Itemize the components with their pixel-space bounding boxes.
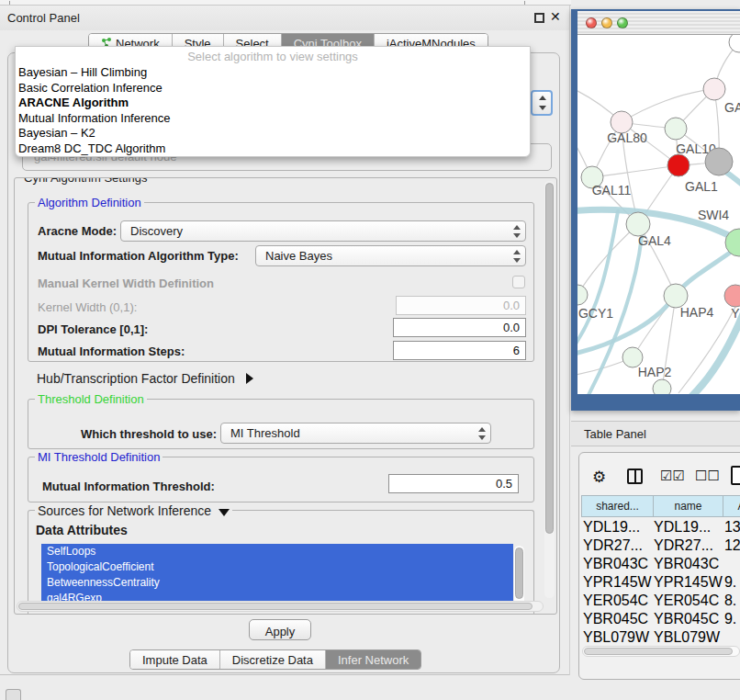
close-icon[interactable]: ✕	[550, 9, 561, 24]
cyni-algorithm-settings-group: Cyni Algorithm Settings Algorithm Defini…	[14, 177, 557, 615]
tab-discretize-data[interactable]: Discretize Data	[220, 650, 326, 669]
screen: Control Panel ✕ NetworkStyleSelectCyni T…	[0, 0, 740, 700]
node-label: GAL4	[638, 233, 671, 248]
network-graph: GALGAL80GAL10GAL1GAL11SWI4GAL4GCY1HAP4YH…	[577, 35, 740, 394]
node-label: HAP4	[680, 305, 714, 320]
mi-threshold-field[interactable]: 0.5	[388, 474, 519, 493]
window-close-icon[interactable]	[586, 17, 597, 28]
algorithm-option[interactable]: Bayesian – K2	[16, 126, 530, 141]
network-edge-thick[interactable]	[577, 211, 618, 349]
sources-toggle[interactable]: Sources for Network Inference	[35, 503, 232, 518]
divider-tick	[9, 1, 10, 5]
node-label: Y	[731, 306, 740, 321]
node-label: SWI4	[698, 208, 729, 222]
divider-tick	[524, 1, 525, 5]
table-row[interactable]: YDL19...YDL19...13	[583, 519, 740, 536]
attribute-item[interactable]: TopologicalCoefficient	[41, 559, 513, 575]
gear-icon[interactable]: ⚙	[592, 468, 606, 487]
network-node-gal[interactable]	[703, 78, 725, 100]
manual-kernel-checkbox[interactable]	[512, 276, 525, 288]
table-row[interactable]: YDR27...YDR27...12	[583, 537, 740, 554]
table-row[interactable]: YPR145WYPR145W9.	[583, 574, 740, 591]
node-label: GAL	[724, 100, 740, 115]
dpi-tolerance-label: DPI Tolerance [0,1]:	[38, 322, 148, 336]
network-node[interactable]	[729, 35, 740, 52]
algorithm-option[interactable]: Dream8 DC_TDC Algorithm	[16, 141, 530, 157]
aracne-mode-select[interactable]: Discovery	[120, 220, 526, 242]
hub-definition-toggle[interactable]: Hub/Transcription Factor Definition	[37, 371, 253, 386]
node-label: GCY1	[578, 306, 613, 321]
table-rows: YDL19...YDL19...13YDR27...YDR27...12YBR0…	[581, 517, 740, 644]
network-node-y[interactable]	[724, 285, 740, 307]
group-title: Cyni Algorithm Settings	[21, 177, 150, 185]
attribute-item[interactable]: SelfLoops	[41, 544, 513, 559]
which-threshold-select[interactable]: MI Threshold	[220, 423, 491, 444]
mi-steps-field[interactable]: 6	[393, 341, 526, 360]
node-label: GAL11	[592, 183, 632, 198]
network-window-titlebar[interactable]	[577, 11, 740, 35]
tab-infer-network[interactable]: Infer Network	[326, 650, 420, 669]
dpi-tolerance-field[interactable]: 0.0	[393, 318, 526, 337]
table-row[interactable]: YBR045CYBR045C9.	[583, 611, 740, 627]
table-row[interactable]: YER054CYER054C8.	[583, 593, 740, 609]
network-canvas[interactable]: GALGAL80GAL10GAL1GAL11SWI4GAL4GCY1HAP4YH…	[577, 35, 740, 394]
table-row[interactable]: YBL079WYBL079W	[583, 629, 740, 644]
table-header: shared...nameA	[581, 495, 740, 517]
tab-impute-data[interactable]: Impute Data	[130, 650, 220, 669]
column-header[interactable]: name	[654, 496, 723, 517]
column-manager-icon[interactable]	[627, 469, 643, 484]
mi-type-label: Mutual Information Algorithm Type:	[38, 249, 239, 263]
node-label: HAP2	[638, 365, 672, 379]
manual-kernel-label: Manual Kernel Width Definition	[38, 277, 214, 290]
group-title: Algorithm Definition	[35, 196, 144, 209]
document-icon[interactable]	[731, 466, 740, 485]
algorithm-option[interactable]: ARACNE Algorithm	[16, 96, 530, 111]
mi-algorithm-type-select[interactable]: Naive Bayes	[255, 245, 526, 266]
algorithm-option[interactable]: Mutual Information Inference	[16, 111, 530, 127]
kernel-width-field[interactable]: 0.0	[396, 296, 526, 315]
algorithm-definition-group: Algorithm Definition Aracne Mode: Discov…	[28, 202, 534, 362]
top-strip	[0, 0, 571, 6]
network-edge-thick[interactable]	[671, 310, 740, 394]
float-window-icon[interactable]	[534, 13, 544, 23]
attribute-item[interactable]: BetweennessCentrality	[41, 575, 513, 591]
network-node-gal10[interactable]	[665, 118, 687, 140]
network-node[interactable]	[653, 379, 671, 394]
kernel-width-label: Kernel Width (0,1):	[38, 300, 137, 314]
algorithm-select-placeholder: Select algorithm to view settings	[16, 47, 530, 65]
panel-edge	[569, 6, 570, 675]
threshold-definition-group: Threshold Definition Which threshold to …	[28, 399, 534, 449]
network-node-gcy1[interactable]	[577, 285, 588, 305]
table-horizontal-scrollbar[interactable]	[582, 646, 740, 657]
minimized-panel-chip[interactable]	[6, 689, 21, 700]
table-panel-title: Table Panel	[584, 427, 646, 441]
aracne-mode-label: Aracne Mode:	[38, 224, 117, 238]
algorithm-combo-stepper[interactable]	[531, 90, 553, 116]
panel-edge	[0, 674, 569, 675]
column-header[interactable]: A	[723, 496, 740, 517]
deselect-all-icon[interactable]: ☐☐	[695, 468, 720, 484]
which-threshold-label: Which threshold to use:	[81, 427, 217, 441]
algorithm-option[interactable]: Basic Correlation Inference	[16, 81, 530, 96]
algorithm-options: Bayesian – Hill ClimbingBasic Correlatio…	[16, 65, 530, 156]
network-view-window[interactable]: GALGAL80GAL10GAL1GAL11SWI4GAL4GCY1HAP4YH…	[571, 9, 740, 411]
window-minimize-icon[interactable]	[601, 17, 612, 28]
window-zoom-icon[interactable]	[617, 17, 628, 28]
cyni-mode-tabs: Impute DataDiscretize DataInfer Network	[129, 649, 421, 670]
control-panel-title: Control Panel	[7, 11, 80, 25]
mi-steps-label: Mutual Information Steps:	[38, 344, 185, 358]
network-node[interactable]	[705, 148, 733, 175]
expand-collapsed-icon[interactable]	[246, 373, 253, 384]
network-node-gal1[interactable]	[667, 154, 690, 176]
settings-vertical-scrollbar[interactable]	[544, 181, 555, 598]
mi-threshold-label: Mutual Information Threshold:	[42, 480, 215, 493]
select-all-icon[interactable]: ☑☑	[660, 468, 685, 484]
apply-button[interactable]: Apply	[249, 619, 311, 640]
algorithm-option[interactable]: Bayesian – Hill Climbing	[16, 65, 530, 81]
network-edge[interactable]	[592, 165, 678, 177]
table-row[interactable]: YBR043CYBR043C	[583, 556, 740, 572]
column-header[interactable]: shared...	[582, 496, 654, 517]
expand-expanded-icon[interactable]	[219, 509, 230, 516]
settings-horizontal-scrollbar[interactable]	[17, 601, 544, 612]
network-edge[interactable]	[622, 89, 714, 122]
